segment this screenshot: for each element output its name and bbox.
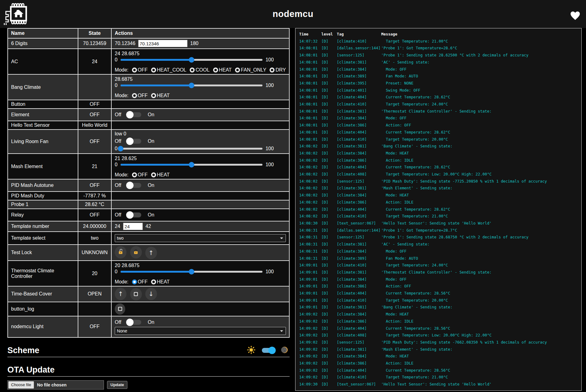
table-row: Relay OFF Off On <box>8 209 289 221</box>
number-min-label: 24 <box>115 224 120 229</box>
log-tag: [sensor:125] <box>337 339 381 346</box>
log-message: Action: IDLE <box>381 157 580 164</box>
log-time: 14:08:02 <box>299 192 321 199</box>
element-toggle-switch[interactable] <box>126 111 143 118</box>
log-level: [D] <box>321 122 337 129</box>
log-time: 14:08:31 <box>299 227 321 234</box>
entity-state: OFF <box>78 179 111 192</box>
slider-knob[interactable] <box>118 146 123 151</box>
log-level: [D] <box>321 129 337 136</box>
log-tag: [climate:384] <box>337 66 381 73</box>
unlock-button[interactable] <box>115 246 126 258</box>
log-row: 14:08:31[D][climate:389] Fan Mode: AUTO <box>299 255 580 262</box>
entities-table: Name State Actions 6 Digits 70.123459 70… <box>7 28 290 338</box>
slider-knob[interactable] <box>189 162 194 167</box>
lock-button[interactable] <box>130 246 142 258</box>
template-number-input[interactable] <box>123 223 143 230</box>
cover-close-button[interactable]: ↓ <box>145 288 157 300</box>
dark-scheme-toggle-switch[interactable] <box>260 347 276 354</box>
log-row: 14:09:01[D][climate:404] Current Tempera… <box>299 290 580 297</box>
firmware-file-input[interactable]: Choose file No file chosen <box>7 380 104 390</box>
moon-icon <box>281 346 288 355</box>
log-message: 'Probe 1': Got Temperature=28.6°C <box>381 45 580 52</box>
slider-max-label: 100 <box>266 162 274 167</box>
log-time: 14:08:02 <box>299 185 321 192</box>
log-message: Current Temperature: 28.62°C <box>381 206 580 213</box>
entity-name: Living Room Fan <box>8 130 78 154</box>
log-time: 14:08:01 <box>299 73 321 80</box>
table-row: Template number 24.000000 24 42 <box>8 221 289 232</box>
ota-title: OTA Update <box>7 365 55 375</box>
log-row: 14:09:02[D][climate:384] Mode: HEAT <box>299 311 580 318</box>
lock-open-button[interactable]: ↑ <box>145 247 157 259</box>
table-row: Template select two two <box>8 232 289 245</box>
table-row: PID Mash Autotune OFF Off On <box>8 179 289 192</box>
update-button[interactable]: Update <box>107 381 127 389</box>
ac-mode-off-radio[interactable] <box>132 68 137 72</box>
log-rows: 14:07:32[D][climate:410] Target Temperat… <box>299 38 580 388</box>
bang-mode-heat-radio[interactable] <box>151 93 156 98</box>
thermostat-mode-off-radio[interactable] <box>132 279 137 284</box>
log-row: 14:08:01[D][climate:410] Target Temperat… <box>299 101 580 108</box>
slider-knob[interactable] <box>189 83 194 88</box>
thermostat-mode-heat-radio[interactable] <box>151 279 156 284</box>
pid-mash-autotune-toggle-switch[interactable] <box>126 182 143 189</box>
ac-mode-cool-radio[interactable] <box>190 68 195 72</box>
toggle-off-label: Off <box>115 183 121 188</box>
log-level: [D] <box>321 241 337 248</box>
slider-knob[interactable] <box>189 269 194 274</box>
mash-mode-heat-radio[interactable] <box>151 172 156 177</box>
log-message: Mode: HEAT <box>381 311 580 318</box>
log-level: [D] <box>321 101 337 108</box>
log-row: 14:08:01[D][climate:384] Mode: OFF <box>299 66 580 73</box>
log-time: 14:09:01 <box>299 290 321 297</box>
thermostat-temperature-slider[interactable] <box>121 269 262 274</box>
light-effect-dropdown[interactable]: None <box>115 327 286 335</box>
six-digits-number-input[interactable] <box>138 40 188 47</box>
ac-mode-fan-only-radio[interactable] <box>235 68 240 72</box>
log-level: [D] <box>321 318 337 325</box>
log-row: 14:08:02[D][climate:386] Action: IDLE <box>299 199 580 206</box>
cover-open-button[interactable]: ↑ <box>115 288 126 300</box>
ac-mode-heat-radio[interactable] <box>213 68 218 72</box>
log-column-time: Time <box>299 31 321 38</box>
bang-climate-temperature-slider[interactable] <box>121 83 262 88</box>
log-time: 14:09:02 <box>299 353 321 360</box>
log-tag: [climate:410] <box>337 101 381 108</box>
log-row: 14:08:31[D][climate:381]'AC' - Sending s… <box>299 241 580 248</box>
log-row: 14:08:01[D][climate:381]'AC' - Sending s… <box>299 59 580 66</box>
living-room-fan-toggle-switch[interactable] <box>126 138 143 145</box>
ac-mode-heat-cool-radio[interactable] <box>151 68 156 72</box>
log-level: [D] <box>321 87 337 94</box>
relay-toggle-switch[interactable] <box>126 211 143 219</box>
log-row: 14:08:02[D][climate:386] Action: IDLE <box>299 157 580 164</box>
living-room-fan-speed-slider[interactable] <box>121 146 262 151</box>
log-time: 14:08:01 <box>299 87 321 94</box>
no-file-chosen-label: No file chosen <box>35 382 67 387</box>
table-row: Living Room Fan OFF low 0 Off On 0 100 <box>8 130 289 154</box>
slider-min-label: 0 <box>115 57 118 63</box>
toggle-on-label: On <box>148 212 154 218</box>
mash-mode-off-radio[interactable] <box>132 172 137 177</box>
log-level: [D] <box>321 339 337 346</box>
nodemcu-light-toggle-switch[interactable] <box>126 319 143 326</box>
mash-element-temperature-slider[interactable] <box>121 162 262 167</box>
entity-name: Button <box>8 100 78 109</box>
log-time: 14:08:02 <box>299 199 321 206</box>
choose-file-button[interactable]: Choose file <box>8 381 34 389</box>
log-level: [D] <box>321 157 337 164</box>
log-level: [D] <box>321 150 337 157</box>
cover-stop-button[interactable] <box>130 288 142 300</box>
ac-temperature-slider[interactable] <box>121 57 262 63</box>
button-log-press-button[interactable] <box>115 303 125 315</box>
log-row: 14:08:01[D][dallas.sensor:144]'Probe 1':… <box>299 45 580 52</box>
slider-knob[interactable] <box>189 57 194 63</box>
sun-icon <box>247 346 255 355</box>
template-select-dropdown[interactable]: two <box>115 234 286 242</box>
ac-mode-dry-radio[interactable] <box>270 68 274 72</box>
log-level: [D] <box>321 276 337 283</box>
log-row: 14:08:01[D][climate:386] Action: OFF <box>299 122 580 129</box>
log-row: 14:09:02[D][climate:381]'Mash Element' -… <box>299 346 580 353</box>
entities-column: Name State Actions 6 Digits 70.123459 70… <box>7 28 290 390</box>
bang-mode-off-radio[interactable] <box>132 93 137 98</box>
